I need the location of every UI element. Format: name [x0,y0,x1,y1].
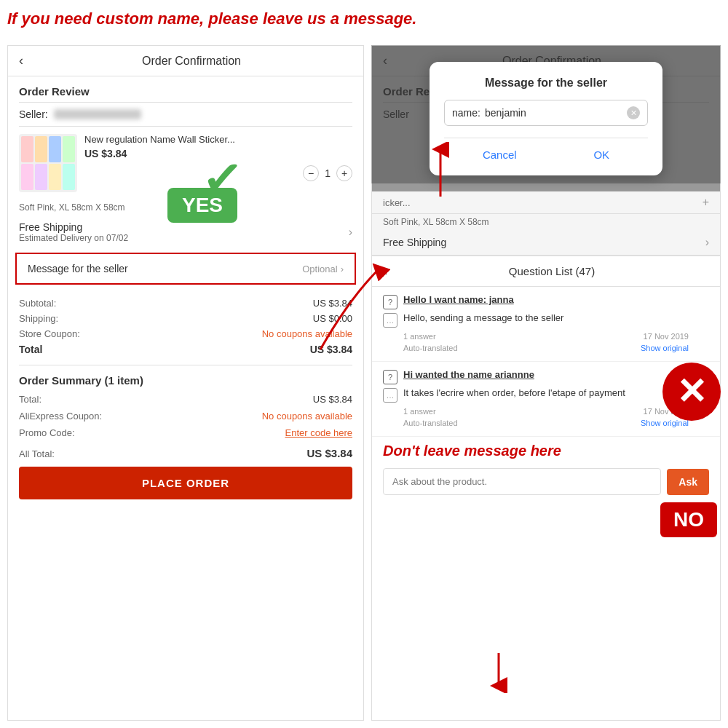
ask-button[interactable]: Ask [667,469,709,495]
all-total-row: All Total: US $3.84 [8,441,363,462]
modal-input-row: name: ✕ [444,100,648,126]
question-mark-icon-1: ? [383,295,397,309]
subtotal-label: Subtotal: [19,298,56,309]
shipping-subtitle: Estimated Delivery on 07/02 [19,233,128,243]
message-seller-chevron-icon: › [341,264,344,274]
price-summary: Subtotal: US $3.84 Shipping: US $0.00 St… [8,288,363,365]
auto-translated-2: Auto-translated [403,419,458,427]
product-img-cell-3 [49,136,61,162]
left-nav-bar: ‹ Order Confirmation [8,46,363,76]
ali-coupon-value: No coupons available [262,411,352,422]
all-total-label: All Total: [19,448,55,459]
answer-text-1: Hello, sending a message to the seller [403,312,563,323]
message-seller-optional: Optional [302,264,337,274]
subtotal-value: US $3.84 [313,298,352,309]
modal-title: Message for the seller [444,76,648,90]
message-seller-label: Message for the seller [28,263,128,274]
no-badge: NO [660,502,717,537]
left-back-button[interactable]: ‹ [19,53,23,68]
store-coupon-value: No coupons available [262,328,352,339]
promo-code-row: Promo Code: Enter code here [19,424,352,441]
quantity-minus-button[interactable]: − [303,165,319,181]
product-img-cell-7 [49,164,61,190]
question-item-1: ? Hello I want name: janna … Hello, send… [372,287,720,362]
answer-count-1: 1 answer [403,332,436,341]
product-img-cell-6 [35,164,47,190]
quantity-plus-button[interactable]: + [336,165,352,181]
question-meta-2b: Auto-translated Show original [383,417,709,429]
promo-code-value[interactable]: Enter code here [285,427,352,438]
modal-actions: Cancel OK [444,138,648,161]
order-review-header: Order Review [8,76,363,102]
subtotal-row: Subtotal: US $3.84 [19,296,352,311]
store-coupon-label: Store Coupon: [19,328,80,339]
modal-cancel-button[interactable]: Cancel [483,149,517,161]
modal-overlay: Message for the seller name: ✕ Cancel OK [372,46,720,191]
right-shipping-chevron-icon: › [705,236,709,249]
no-label: NO [660,502,717,537]
product-img-cell-5 [21,164,33,190]
order-total-value: US $3.84 [313,394,352,405]
place-order-button[interactable]: PLACE ORDER [19,467,352,499]
seller-row: Seller: [8,103,363,126]
chat-bubble-icon-2: … [383,388,397,403]
question-text-1: Hello I want name: janna [403,294,514,305]
product-image [19,134,77,192]
show-original-button-1[interactable]: Show original [641,344,689,352]
question-meta-1: 1 answer 17 Nov 2019 [383,331,709,342]
modal-box: Message for the seller name: ✕ Cancel OK [430,62,662,175]
promo-code-label: Promo Code: [19,427,75,438]
question-list-title: Question List (47) [395,265,709,277]
question-answer-2: … It takes l'ecrire when order, before l… [383,387,709,403]
yes-badge: YES [167,188,237,223]
auto-translated-1: Auto-translated [403,344,458,352]
shipping-cost-label: Shipping: [19,313,58,324]
product-img-cell-8 [63,164,75,190]
x-circle-icon: ✕ [662,363,721,421]
right-shipping-title: Free Shipping [383,237,446,248]
order-total-label: Total: [19,394,41,405]
ask-input[interactable] [383,468,661,495]
shipping-cost-value: US $0.00 [313,313,352,324]
shipping-info: Free Shipping Estimated Delivery on 07/0… [19,221,128,243]
shipping-chevron-icon: › [349,226,352,239]
modal-text-input[interactable] [485,107,622,119]
total-value: US $3.84 [310,344,352,355]
question-q-1: ? Hello I want name: janna [383,294,709,309]
question-back-button[interactable]: ‹ [383,264,387,279]
question-answer-1: … Hello, sending a message to the seller [383,312,709,328]
question-meta-2: 1 answer 17 Nov 2019 [383,405,709,417]
question-meta-1b: Auto-translated Show original [383,342,709,354]
right-shipping-row: Free Shipping › [372,230,720,256]
quantity-value: 1 [325,167,331,179]
question-text-2: Hi wanted the name ariannne [403,369,534,380]
ali-coupon-label: AliExpress Coupon: [19,411,102,422]
order-total-row: Total: US $3.84 [19,391,352,408]
message-seller-right: Optional › [302,264,344,274]
total-row: Total US $3.84 [19,341,352,357]
message-for-seller-row[interactable]: Message for the seller Optional › [15,253,356,285]
right-order-conf: ‹ Order Confirmation Order Review Seller… [372,46,720,191]
shipping-title: Free Shipping [19,221,128,233]
right-product-snippet: icker... + [372,191,720,214]
ali-coupon-row: AliExpress Coupon: No coupons available [19,408,352,424]
x-badge: ✕ [662,363,721,421]
seller-name-blur [54,109,141,119]
store-coupon-row: Store Coupon: No coupons available [19,326,352,341]
left-screen: ‹ Order Confirmation Order Review Seller… [7,45,364,721]
ask-row: Ask [372,462,720,501]
product-img-cell-1 [21,136,33,162]
modal-ok-button[interactable]: OK [593,149,609,161]
question-nav: ‹ Question List (47) [372,256,720,287]
question-q-2: ? Hi wanted the name ariannne [383,369,709,384]
total-label: Total [19,344,42,355]
right-plus-icon[interactable]: + [703,196,709,209]
shipping-cost-row: Shipping: US $0.00 [19,311,352,326]
product-img-cell-2 [35,136,47,162]
right-product-name-snippet: icker... [383,197,411,208]
product-img-cell-4 [63,136,75,162]
modal-clear-button[interactable]: ✕ [627,106,640,119]
all-total-value: US $3.84 [306,447,352,459]
right-variant: Soft Pink, XL 58cm X 58cm [372,214,720,230]
answer-count-2: 1 answer [403,407,436,416]
